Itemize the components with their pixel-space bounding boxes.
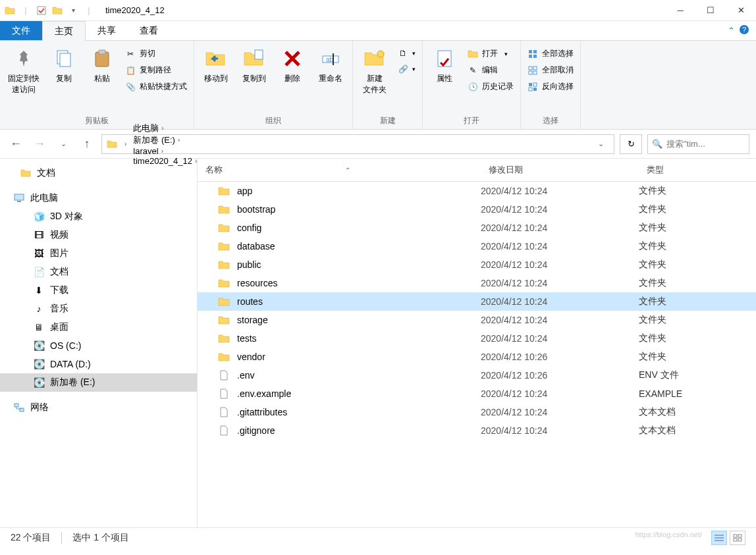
file-row[interactable]: .env2020/4/12 10:26ENV 文件: [198, 366, 756, 384]
paste-shortcut-button[interactable]: 📎粘贴快捷方式: [124, 80, 188, 93]
sidebar-item[interactable]: 🖼图片: [0, 244, 197, 263]
close-button[interactable]: ✕: [726, 0, 756, 21]
sidebar-icon: 🧊: [33, 211, 45, 223]
tab-share[interactable]: 共享: [86, 21, 128, 40]
pin-label: 固定到快 速访问: [8, 73, 40, 95]
sidebar-item[interactable]: 🖥桌面: [0, 318, 197, 336]
svg-rect-13: [529, 50, 532, 53]
new-folder-button[interactable]: 新建 文件夹: [358, 44, 391, 98]
nav-bar: ← → ⌄ ↑ › 此电脑›新加卷 (E:)›laravel›time2020_…: [0, 130, 756, 159]
recent-dropdown[interactable]: ⌄: [54, 135, 72, 153]
file-row[interactable]: app2020/4/12 10:24文件夹: [198, 182, 756, 200]
sidebar-icon: 🎞: [33, 229, 45, 241]
tab-view[interactable]: 查看: [128, 21, 170, 40]
file-row[interactable]: bootstrap2020/4/12 10:24文件夹: [198, 200, 756, 219]
new-item-button[interactable]: 🗋▾: [396, 47, 417, 60]
pin-button[interactable]: 固定到快 速访问: [5, 44, 42, 98]
delete-button[interactable]: 删除: [276, 44, 309, 87]
file-row[interactable]: routes2020/4/12 10:24文件夹: [198, 292, 756, 311]
file-row[interactable]: .gitattributes2020/4/12 10:24文本文档: [198, 403, 756, 421]
dropdown-icon[interactable]: ▾: [67, 5, 79, 16]
quick-access-toolbar: | ▾ |: [0, 5, 99, 16]
sidebar-item-this-pc[interactable]: 此电脑: [0, 189, 197, 207]
view-details-button[interactable]: [711, 531, 727, 545]
column-type[interactable]: 类型: [639, 159, 756, 181]
sidebar-item[interactable]: 💽OS (C:): [0, 336, 197, 355]
sidebar-item[interactable]: 💽新加卷 (E:): [0, 373, 197, 392]
history-button[interactable]: 🕓历史记录: [466, 80, 515, 93]
edit-button[interactable]: ✎编辑: [466, 63, 515, 77]
folder-icon: [106, 138, 118, 150]
sidebar-item[interactable]: ♪音乐: [0, 300, 197, 318]
nav-pane[interactable]: 文档 此电脑 🧊3D 对象🎞视频🖼图片📄文档⬇下载♪音乐🖥桌面💽OS (C:)💽…: [0, 159, 198, 527]
breadcrumb-item[interactable]: laravel›: [130, 146, 200, 156]
open-button[interactable]: 打开▾: [466, 47, 515, 61]
sidebar-item[interactable]: 🧊3D 对象: [0, 207, 197, 226]
easy-access-button[interactable]: 🔗▾: [396, 63, 417, 76]
file-row[interactable]: storage2020/4/12 10:24文件夹: [198, 311, 756, 329]
copy-path-icon: 📋: [125, 65, 136, 76]
file-row[interactable]: database2020/4/12 10:24文件夹: [198, 237, 756, 255]
rename-button[interactable]: ab重命名: [314, 44, 347, 87]
copy-button[interactable]: 复制: [47, 44, 80, 87]
select-none-button[interactable]: 全部取消: [526, 63, 575, 77]
moveto-button[interactable]: 移动到: [200, 44, 232, 87]
easy-access-icon: 🔗: [398, 64, 408, 74]
file-type: EXAMPLE: [639, 388, 756, 399]
search-box[interactable]: 🔍 搜索"tim...: [647, 134, 749, 154]
address-dropdown[interactable]: ⌄: [591, 135, 610, 153]
file-date: 2020/4/12 10:24: [481, 333, 639, 344]
paste-button[interactable]: 粘贴: [86, 44, 119, 87]
select-all-button[interactable]: 全部选择: [526, 47, 575, 61]
sidebar-item[interactable]: 🎞视频: [0, 226, 197, 244]
file-row[interactable]: .gitignore2020/4/12 10:24文本文档: [198, 421, 756, 440]
file-row[interactable]: .env.example2020/4/12 10:24EXAMPLE: [198, 384, 756, 403]
collapse-ribbon-icon[interactable]: ⌃: [728, 26, 735, 36]
breadcrumb-root[interactable]: ›: [119, 140, 129, 147]
tab-home[interactable]: 主页: [42, 21, 86, 41]
copy-path-button[interactable]: 📋复制路径: [124, 63, 188, 77]
sidebar-item-network[interactable]: 网络: [0, 398, 197, 417]
folder-icon: [217, 350, 230, 363]
column-name[interactable]: 名称⌃: [198, 159, 481, 181]
maximize-button[interactable]: ☐: [695, 0, 726, 21]
group-label: 打开: [428, 115, 515, 128]
cut-button[interactable]: ✂剪切: [124, 47, 188, 61]
column-headers: 名称⌃ 修改日期 类型: [198, 159, 756, 182]
file-list[interactable]: app2020/4/12 10:24文件夹bootstrap2020/4/12 …: [198, 182, 756, 527]
forward-button[interactable]: →: [30, 135, 49, 153]
invert-selection-button[interactable]: 反向选择: [526, 80, 575, 93]
svg-rect-25: [14, 194, 24, 200]
file-row[interactable]: tests2020/4/12 10:24文件夹: [198, 329, 756, 348]
breadcrumb-item[interactable]: 新加卷 (E:)›: [130, 134, 200, 146]
column-date[interactable]: 修改日期: [481, 159, 639, 181]
minimize-button[interactable]: ─: [665, 0, 695, 21]
breadcrumb-item[interactable]: 此电脑›: [130, 122, 200, 134]
file-date: 2020/4/12 10:24: [481, 388, 639, 399]
copy-label: 复制: [56, 73, 72, 84]
address-bar[interactable]: › 此电脑›新加卷 (E:)›laravel›time2020_4_12› ⌄: [101, 134, 614, 154]
svg-rect-34: [734, 539, 737, 541]
help-icon[interactable]: ?: [739, 24, 749, 37]
properties-button[interactable]: 属性: [428, 44, 461, 87]
file-row[interactable]: config2020/4/12 10:24文件夹: [198, 219, 756, 237]
file-row[interactable]: vendor2020/4/12 10:26文件夹: [198, 348, 756, 366]
file-row[interactable]: resources2020/4/12 10:24文件夹: [198, 274, 756, 292]
up-button[interactable]: ↑: [78, 135, 96, 153]
back-button[interactable]: ←: [7, 135, 25, 153]
copyto-button[interactable]: 复制到: [238, 44, 271, 87]
file-type: 文件夹: [639, 296, 756, 307]
sidebar-item[interactable]: ⬇下载: [0, 281, 197, 300]
properties-icon: [433, 47, 456, 70]
tab-file[interactable]: 文件: [0, 21, 42, 40]
svg-rect-19: [529, 71, 532, 74]
sidebar-item[interactable]: 📄文档: [0, 263, 197, 281]
svg-text:?: ?: [742, 26, 746, 34]
file-icon: [217, 424, 230, 437]
file-row[interactable]: public2020/4/12 10:24文件夹: [198, 255, 756, 274]
view-thumbnails-button[interactable]: [730, 531, 745, 545]
sidebar-item-documents[interactable]: 文档: [0, 164, 197, 182]
refresh-button[interactable]: ↻: [620, 134, 642, 154]
properties-checkbox-icon[interactable]: [36, 5, 47, 16]
sidebar-item[interactable]: 💽DATA (D:): [0, 355, 197, 373]
